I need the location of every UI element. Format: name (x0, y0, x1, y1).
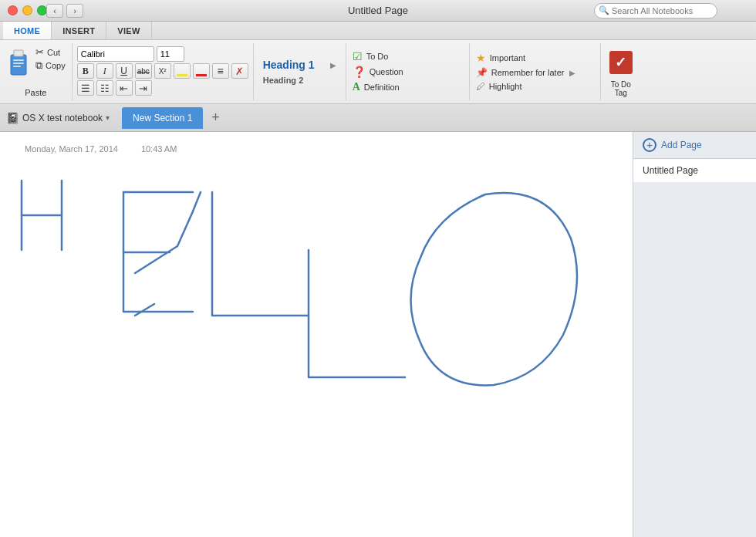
heading1-style[interactable]: Heading 1 ▶ (258, 56, 341, 73)
strikethrough-button[interactable]: abc (135, 63, 152, 79)
notebook-selector[interactable]: 📓 OS X test notebook ▾ (6, 112, 110, 124)
more-tags-section: ★ Important 📌 Remember for later ▶ 🖊 Hig… (470, 43, 601, 100)
notebook-name-label: OS X test notebook (22, 113, 103, 123)
font-size-selector[interactable]: 11 (157, 46, 184, 62)
copy-button[interactable]: ⧉ Copy (35, 59, 66, 72)
cut-icon: ✂ (35, 46, 44, 58)
remember-label: Remember for later (491, 68, 565, 77)
font-color-button[interactable] (193, 63, 210, 79)
unordered-list-button[interactable]: ☰ (77, 80, 94, 96)
todo-icon: ☑ (353, 50, 363, 62)
ribbon: HOME INSERT VIEW ✂ (0, 22, 756, 104)
window-controls (8, 5, 47, 15)
main-area: Monday, March 17, 2014 10:43 AM (0, 132, 756, 537)
remember-icon: 📌 (476, 67, 488, 78)
important-tag-button[interactable]: ★ Important (474, 51, 596, 65)
paste-label: Paste (25, 88, 46, 97)
cut-label: Cut (47, 48, 60, 57)
important-icon: ★ (476, 52, 486, 64)
superscript-button[interactable]: X² (154, 63, 171, 79)
minimize-button[interactable] (22, 5, 32, 15)
tab-insert[interactable]: INSERT (52, 22, 106, 39)
section-tab[interactable]: New Section 1 (122, 107, 203, 129)
copy-icon: ⧉ (35, 59, 42, 72)
tab-home[interactable]: HOME (3, 22, 52, 39)
heading2-label: Heading 2 (263, 76, 304, 85)
notebook-icon: 📓 (6, 112, 19, 124)
increase-indent-button[interactable]: ⇥ (135, 80, 152, 96)
note-canvas[interactable]: Monday, March 17, 2014 10:43 AM (0, 132, 633, 537)
ribbon-content: ✂ Cut ⧉ Copy Paste Calibri 11 B I (0, 40, 756, 103)
ordered-list-button[interactable]: ☷ (96, 80, 113, 96)
svg-rect-3 (13, 62, 24, 64)
svg-rect-0 (11, 55, 26, 75)
font-section: Calibri 11 B I U abc X² ≡ ✗ ☰ ☷ ⇤ ⇥ (73, 43, 254, 100)
font-name-selector[interactable]: Calibri (77, 46, 154, 62)
page-item[interactable]: Untitled Page (633, 159, 756, 182)
highlight-tag-button[interactable]: 🖊 Highlight (474, 80, 596, 93)
title-bar: ‹ › Untitled Page 🔍 (0, 0, 756, 22)
svg-rect-4 (13, 66, 21, 67)
add-page-icon: + (643, 138, 656, 152)
heading1-label: Heading 1 (263, 59, 315, 71)
list-row: ☰ ☷ ⇤ ⇥ (77, 80, 248, 96)
font-name-row: Calibri 11 (77, 46, 248, 62)
nav-buttons: ‹ › (46, 4, 83, 18)
close-button[interactable] (8, 5, 18, 15)
window-title: Untitled Page (348, 5, 408, 16)
styles-section: Heading 1 ▶ Heading 2 (254, 43, 346, 100)
remember-more-icon: ▶ (569, 69, 575, 77)
todo-tag-button[interactable]: ☑ To Do (351, 49, 464, 63)
search-input[interactable] (594, 3, 717, 19)
search-bar[interactable]: 🔍 (594, 3, 717, 19)
copy-label: Copy (46, 61, 66, 70)
clipboard-items: ✂ Cut ⧉ Copy (35, 46, 66, 72)
search-icon: 🔍 (599, 5, 609, 15)
decrease-indent-button[interactable]: ⇤ (116, 80, 133, 96)
ribbon-tabs: HOME INSERT VIEW (0, 22, 756, 40)
tags-section: ☑ To Do ❓ Question A Definition (346, 43, 470, 100)
underline-button[interactable]: U (116, 63, 133, 79)
svg-rect-1 (14, 50, 23, 56)
question-label: Question (370, 67, 403, 76)
definition-icon: A (353, 81, 360, 93)
bold-button[interactable]: B (77, 63, 94, 79)
question-tag-button[interactable]: ❓ Question (351, 65, 464, 79)
handwriting-canvas[interactable] (0, 132, 633, 537)
svg-rect-2 (13, 59, 24, 61)
clipboard-section: ✂ Cut ⧉ Copy Paste (0, 43, 73, 100)
add-page-button[interactable]: + Add Page (633, 132, 756, 159)
heading2-style[interactable]: Heading 2 (258, 73, 341, 87)
add-section-button[interactable]: + (206, 109, 224, 127)
highlight-button[interactable] (174, 63, 191, 79)
highlight-label: Highlight (489, 82, 522, 91)
tab-view[interactable]: VIEW (106, 22, 151, 39)
definition-label: Definition (364, 83, 400, 92)
cut-button[interactable]: ✂ Cut (35, 46, 66, 58)
notebook-bar: 📓 OS X test notebook ▾ New Section 1 + (0, 104, 756, 132)
todo-tag-icon[interactable]: ✓ (607, 46, 635, 79)
clear-format-button[interactable]: ✗ (231, 63, 248, 79)
align-button[interactable]: ≡ (212, 63, 229, 79)
paste-button[interactable] (6, 46, 31, 79)
remember-tag-button[interactable]: 📌 Remember for later ▶ (474, 66, 596, 79)
back-button[interactable]: ‹ (46, 4, 63, 18)
todo-checkbox: ✓ (609, 51, 633, 74)
highlight-icon: 🖊 (476, 81, 485, 92)
italic-button[interactable]: I (96, 63, 113, 79)
important-label: Important (490, 53, 525, 62)
right-sidebar: + Add Page Untitled Page (633, 132, 756, 537)
definition-tag-button[interactable]: A Definition (351, 80, 464, 94)
todo-tag-label: To DoTag (611, 80, 631, 97)
add-page-label: Add Page (661, 140, 702, 150)
notebook-dropdown-icon: ▾ (106, 113, 110, 122)
todo-tag-section: ✓ To DoTag (601, 43, 641, 100)
font-format-row: B I U abc X² ≡ ✗ (77, 63, 248, 79)
todo-label: To Do (366, 52, 389, 61)
forward-button[interactable]: › (66, 4, 83, 18)
heading1-more-icon: ▶ (330, 61, 336, 69)
question-icon: ❓ (353, 66, 366, 78)
